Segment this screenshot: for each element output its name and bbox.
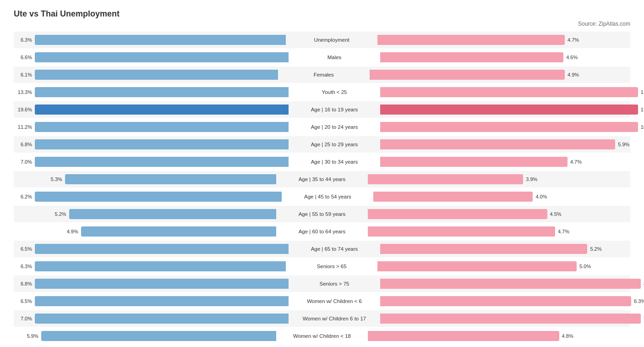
left-value: 19.6% [14, 107, 32, 112]
right-value: 5.2% [590, 246, 601, 252]
right-bar-container: 5.2% [380, 241, 630, 257]
left-value: 7.0% [14, 316, 32, 321]
blue-bar [81, 226, 276, 237]
left-value: 5.9% [20, 333, 38, 339]
right-bar-container: 4.6% [380, 49, 630, 66]
row-label: Age | 55 to 59 years [276, 211, 368, 217]
left-value: 6.5% [14, 246, 32, 252]
pink-bar [368, 226, 555, 237]
right-value: 4.8% [562, 333, 573, 339]
left-bar-container: 19.6% [14, 101, 289, 118]
blue-bar [35, 279, 289, 289]
right-value: 4.6% [566, 55, 578, 60]
left-bar-container: 11.2% [14, 119, 289, 135]
row-label: Seniors > 65 [286, 264, 377, 269]
chart-row: 11.2% Age | 20 to 24 years 10.0% [14, 119, 630, 135]
blue-bar [35, 35, 286, 45]
right-value: 4.7% [570, 159, 582, 165]
row-label: Age | 25 to 29 years [289, 142, 380, 147]
row-label: Age | 65 to 74 years [289, 246, 380, 252]
left-value: 6.8% [14, 281, 32, 286]
blue-bar [35, 52, 289, 62]
row-label: Age | 16 to 19 years [289, 107, 380, 112]
left-value: 7.0% [14, 159, 32, 165]
right-value: 4.7% [558, 229, 569, 234]
left-value: 4.9% [60, 229, 78, 234]
pink-bar [377, 261, 577, 271]
source: Source: ZipAtlas.com [14, 21, 630, 27]
left-value: 13.3% [14, 89, 32, 95]
pink-bar [380, 87, 638, 97]
row-label: Age | 30 to 34 years [289, 159, 380, 165]
chart-row: 6.2% Age | 45 to 54 years 4.0% [14, 188, 630, 205]
right-bar-container: 4.8% [368, 328, 630, 344]
pink-bar [380, 296, 631, 306]
blue-bar [35, 296, 289, 306]
pink-bar [380, 139, 615, 149]
chart-row: 13.3% Youth < 25 11.0% [14, 84, 630, 100]
right-bar-container: 6.3% [380, 293, 644, 309]
left-bar-container: 6.3% [14, 32, 286, 48]
chart-row: 5.9% Women w/ Children < 18 4.8% [14, 328, 630, 344]
chart-row: 7.0% Age | 30 to 34 years 4.7% [14, 154, 630, 170]
left-value: 6.2% [14, 194, 32, 199]
chart-row: 6.3% Seniors > 65 5.0% [14, 258, 630, 275]
left-value: 6.3% [14, 37, 32, 43]
right-bar-container: 3.9% [368, 171, 630, 187]
row-label: Women w/ Children 6 to 17 [289, 316, 380, 321]
right-bar-container: 4.5% [368, 206, 630, 222]
row-label: Women w/ Children < 6 [289, 298, 380, 304]
left-value: 5.3% [44, 176, 62, 182]
row-label: Youth < 25 [289, 89, 380, 95]
left-bar-container: 6.2% [14, 188, 282, 205]
pink-bar [370, 70, 565, 80]
right-value: 3.9% [526, 176, 537, 182]
blue-bar [35, 70, 278, 80]
blue-bar [65, 174, 276, 184]
right-value: 6.3% [634, 298, 644, 304]
right-bar-container: 4.9% [370, 66, 630, 83]
right-value: 11.0% [641, 89, 644, 95]
left-bar-container: 7.0% [14, 154, 289, 170]
row-label: Seniors > 75 [289, 281, 380, 286]
right-value: 4.0% [535, 194, 547, 199]
pink-bar [377, 35, 565, 45]
chart-row: 6.3% Unemployment 4.7% [14, 32, 630, 48]
pink-bar [368, 331, 559, 341]
left-value: 6.3% [14, 264, 32, 269]
right-bar-container: 5.0% [377, 258, 630, 275]
right-value: 10.0% [641, 124, 644, 130]
right-value: 15.7% [641, 107, 644, 112]
right-bar-container: 4.7% [368, 223, 630, 240]
pink-bar [368, 209, 547, 219]
pink-bar [380, 52, 563, 62]
chart-row: 6.1% Females 4.9% [14, 66, 630, 83]
right-bar-container: 7.8% [380, 310, 644, 327]
left-value: 6.5% [14, 298, 32, 304]
chart-row: 6.8% Age | 25 to 29 years 5.9% [14, 136, 630, 153]
right-value: 4.7% [568, 37, 579, 43]
left-value: 6.1% [14, 72, 32, 77]
right-value: 4.9% [568, 72, 579, 77]
blue-bar [41, 331, 276, 341]
chart-row: 4.9% Age | 60 to 64 years 4.7% [14, 223, 630, 240]
chart-row: 6.6% Males 4.6% [14, 49, 630, 66]
left-bar-container: 6.5% [14, 241, 289, 257]
row-label: Age | 35 to 44 years [276, 176, 368, 182]
blue-bar [35, 87, 289, 97]
left-bar-container: 6.3% [14, 258, 286, 275]
chart-row: 5.3% Age | 35 to 44 years 3.9% [14, 171, 630, 187]
row-label: Females [278, 72, 370, 77]
pink-bar [380, 122, 638, 132]
blue-bar [35, 244, 289, 254]
left-value: 11.2% [14, 124, 32, 130]
chart-row: 19.6% Age | 16 to 19 years 15.7% [14, 101, 630, 118]
blue-bar [35, 192, 282, 202]
right-bar-container: 15.7% [380, 101, 644, 118]
row-label: Males [289, 55, 380, 60]
chart-row: 5.2% Age | 55 to 59 years 4.5% [14, 206, 630, 222]
blue-bar [35, 122, 289, 132]
row-label: Age | 60 to 64 years [276, 229, 368, 234]
blue-bar [35, 105, 289, 115]
pink-bar [380, 105, 638, 115]
